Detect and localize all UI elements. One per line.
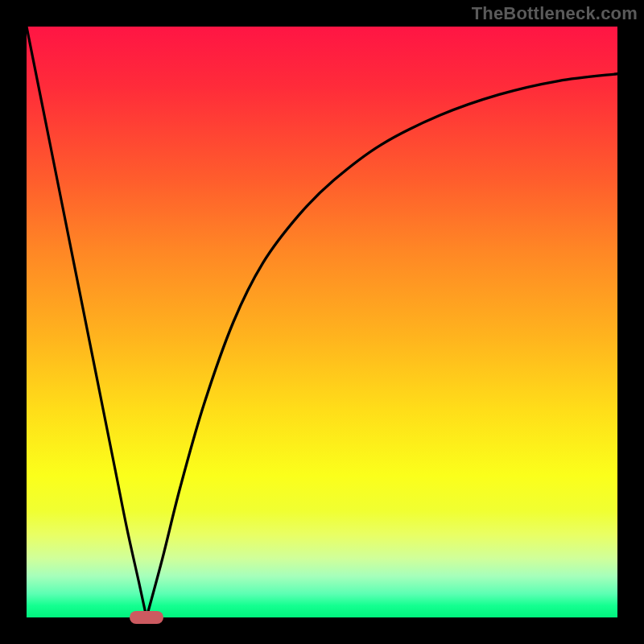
plot-area [27,27,617,617]
bottleneck-curve [27,27,617,617]
optimal-marker [130,611,163,624]
curve-right-branch [147,74,617,617]
curve-left-branch [27,27,147,617]
chart-frame: TheBottleneck.com [0,0,644,644]
attribution-text: TheBottleneck.com [472,3,638,24]
